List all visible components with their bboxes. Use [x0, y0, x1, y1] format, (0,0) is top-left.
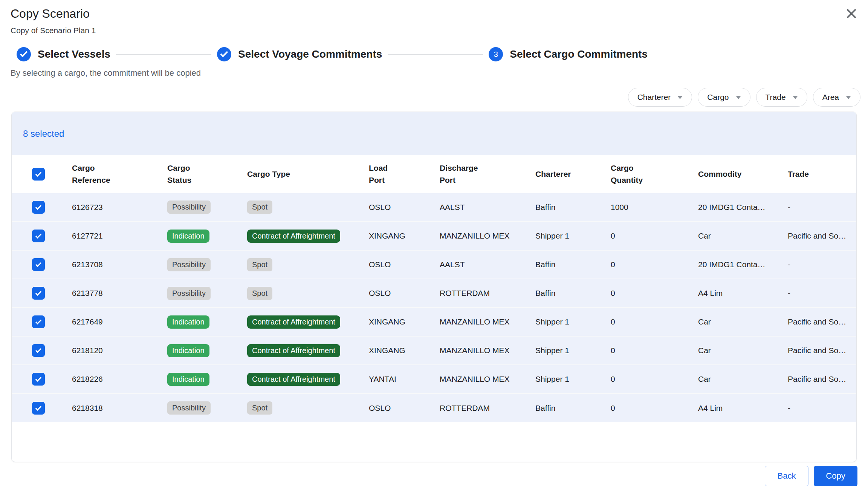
col-header-discharge-port: Discharge Port	[440, 155, 535, 193]
step-select-voyage-commitments[interactable]: Select Voyage Commitments	[217, 47, 382, 61]
table-row: 6213778 Possibility Spot OSLO ROTTERDAM …	[12, 279, 856, 308]
check-icon	[35, 204, 41, 210]
cell-discharge-port: ROTTERDAM	[440, 393, 535, 422]
status-badge: Indication	[167, 344, 209, 357]
cargo-type-badge: Contract of Affreightment	[247, 230, 340, 243]
cell-load-port: OSLO	[369, 193, 440, 222]
cell-commodity: Car	[698, 222, 788, 250]
check-icon	[20, 49, 28, 57]
cell-charterer: Baffin	[535, 393, 611, 422]
cell-commodity: Car	[698, 308, 788, 336]
cell-trade: -	[788, 279, 856, 308]
dialog-header: Copy Scenario Copy of Scenario Plan 1	[0, 0, 868, 35]
select-all-checkbox[interactable]	[32, 168, 45, 181]
row-checkbox[interactable]	[32, 287, 45, 300]
chevron-down-icon	[793, 96, 798, 99]
cell-cargo-quantity: 1000	[611, 193, 698, 222]
cell-discharge-port: AALST	[440, 250, 535, 279]
check-icon	[35, 170, 41, 176]
cell-trade: -	[788, 250, 856, 279]
wizard-stepper: Select Vessels Select Voyage Commitments…	[17, 47, 868, 61]
step-select-cargo-commitments[interactable]: 3 Select Cargo Commitments	[489, 47, 648, 61]
status-badge: Indication	[167, 315, 209, 329]
dialog-footer: Back Copy	[0, 466, 857, 486]
cell-cargo-quantity: 0	[611, 222, 698, 250]
stepper-connector	[116, 54, 211, 55]
filter-trade-dropdown[interactable]: Trade	[756, 88, 807, 107]
filter-label: Trade	[766, 93, 786, 102]
cell-cargo-reference: 6218120	[72, 336, 167, 365]
row-checkbox[interactable]	[32, 258, 45, 271]
selected-count: 8 selected	[23, 129, 64, 139]
filter-charterer-dropdown[interactable]: Charterer	[628, 88, 692, 107]
col-header-cargo-reference: Cargo Reference	[72, 155, 167, 193]
step-label: Select Vessels	[38, 48, 110, 60]
filter-label: Charterer	[637, 93, 671, 102]
cell-discharge-port: AALST	[440, 193, 535, 222]
filter-cargo-dropdown[interactable]: Cargo	[698, 88, 750, 107]
cell-trade: Pacific and So…	[788, 222, 856, 250]
cell-commodity: 20 IMDG1 Conta…	[698, 250, 788, 279]
col-header-commodity: Commodity	[698, 155, 788, 193]
row-checkbox[interactable]	[32, 315, 45, 328]
back-button[interactable]: Back	[765, 466, 808, 486]
check-icon	[35, 375, 41, 381]
table-row: 6218120 Indication Contract of Affreight…	[12, 336, 856, 365]
col-header-cargo-quantity: Cargo Quantity	[611, 155, 698, 193]
cell-cargo-type: Contract of Affreightment	[247, 365, 369, 393]
cell-trade: -	[788, 193, 856, 222]
check-icon	[35, 404, 41, 410]
cell-cargo-reference: 6218226	[72, 365, 167, 393]
row-checkbox[interactable]	[32, 402, 45, 415]
cell-cargo-type: Spot	[247, 393, 369, 422]
check-icon	[35, 232, 41, 238]
step-select-vessels[interactable]: Select Vessels	[17, 47, 110, 61]
close-button[interactable]	[845, 7, 858, 20]
cell-cargo-quantity: 0	[611, 279, 698, 308]
cell-cargo-status: Possibility	[167, 193, 247, 222]
row-checkbox[interactable]	[32, 344, 45, 357]
cell-commodity: A4 Lim	[698, 393, 788, 422]
cell-commodity: Car	[698, 336, 788, 365]
cargo-type-badge: Contract of Affreightment	[247, 315, 340, 329]
cell-trade: -	[788, 393, 856, 422]
status-badge: Indication	[167, 230, 209, 243]
cell-cargo-type: Spot	[247, 250, 369, 279]
cell-charterer: Baffin	[535, 279, 611, 308]
cell-charterer: Baffin	[535, 193, 611, 222]
stepper-connector	[388, 54, 483, 55]
row-checkbox[interactable]	[32, 201, 45, 214]
col-header-load-port: Load Port	[369, 155, 440, 193]
row-checkbox[interactable]	[32, 230, 45, 242]
col-header-cargo-type: Cargo Type	[247, 155, 369, 193]
cell-trade: Pacific and So…	[788, 336, 856, 365]
cell-cargo-quantity: 0	[611, 308, 698, 336]
cell-discharge-port: MANZANILLO MEX	[440, 365, 535, 393]
cargo-type-badge: Spot	[247, 200, 272, 214]
cell-cargo-type: Spot	[247, 279, 369, 308]
check-icon	[35, 347, 41, 353]
cell-charterer: Shipper 1	[535, 336, 611, 365]
copy-button[interactable]: Copy	[814, 466, 857, 486]
helper-text: By selecting a cargo, the commitment wil…	[11, 68, 868, 78]
cell-cargo-status: Indication	[167, 336, 247, 365]
cell-cargo-quantity: 0	[611, 250, 698, 279]
cargo-type-badge: Spot	[247, 287, 272, 300]
step-label: Select Cargo Commitments	[510, 48, 648, 60]
check-icon	[35, 318, 41, 324]
status-badge: Possibility	[167, 287, 211, 300]
cell-charterer: Shipper 1	[535, 365, 611, 393]
filter-area-dropdown[interactable]: Area	[813, 88, 860, 107]
cell-commodity: Car	[698, 365, 788, 393]
close-icon	[845, 7, 858, 20]
cell-charterer: Shipper 1	[535, 308, 611, 336]
status-badge: Indication	[167, 373, 209, 386]
cell-cargo-reference: 6213778	[72, 279, 167, 308]
cell-discharge-port: MANZANILLO MEX	[440, 308, 535, 336]
cell-trade: Pacific and So…	[788, 308, 856, 336]
cell-cargo-type: Contract of Affreightment	[247, 336, 369, 365]
table-row: 6218226 Indication Contract of Affreight…	[12, 365, 856, 393]
row-checkbox[interactable]	[32, 373, 45, 386]
step-complete-check-icon	[217, 47, 231, 61]
cell-cargo-quantity: 0	[611, 336, 698, 365]
